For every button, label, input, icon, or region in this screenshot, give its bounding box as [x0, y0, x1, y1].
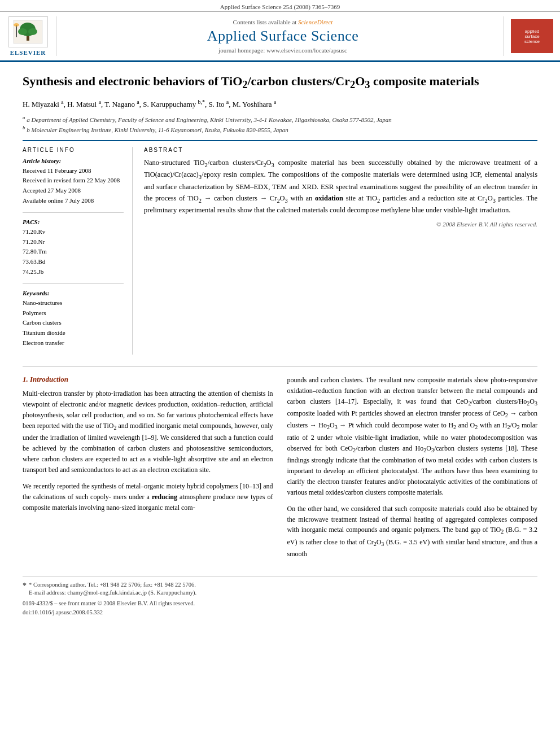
svg-rect-5 — [16, 25, 17, 37]
section1-heading: 1. Introduction — [23, 375, 273, 384]
keyword-4: Titanium dioxide — [23, 328, 124, 338]
keyword-1: Nano-structures — [23, 298, 124, 308]
history-label: Article history: — [23, 158, 124, 164]
keyword-2: Polymers — [23, 308, 124, 318]
abstract-header: ABSTRACT — [144, 147, 537, 153]
body-columns: 1. Introduction Multi-electron transfer … — [23, 375, 537, 565]
elsevier-wordmark: ELSEVIER — [10, 49, 46, 56]
elsevier-logo-area: ELSEVIER — [6, 16, 56, 56]
journal-logo-right: applied surface science — [504, 16, 554, 56]
issn-line: 0169-4332/$ – see front matter © 2008 El… — [23, 600, 537, 606]
copyright: © 2008 Elsevier B.V. All rights reserved… — [144, 221, 537, 228]
svg-point-3 — [18, 28, 27, 35]
body-paragraph-3: pounds and carbon clusters. The resultan… — [287, 375, 538, 497]
svg-point-6 — [14, 23, 19, 27]
abstract-column: ABSTRACT Nano-structured TiO2/carbon clu… — [144, 147, 537, 355]
doi-line: doi:10.1016/j.apsusc.2008.05.332 — [23, 609, 537, 615]
header-divider — [23, 140, 537, 141]
journal-reference-bar: Applied Surface Science 254 (2008) 7365–… — [0, 0, 560, 12]
elsevier-tree-logo — [8, 16, 48, 47]
pacs-header: PACS: — [23, 219, 124, 225]
received-date: Received 11 February 2008 — [23, 166, 124, 176]
abstract-text: Nano-structured TiO2/carbon clusters/Cr2… — [144, 158, 537, 216]
affiliations: a a Department of Applied Chemistry, Fac… — [23, 114, 537, 134]
sciencedirect-link[interactable]: ScienceDirect — [298, 19, 333, 25]
article-info-header: ARTICLE INFO — [23, 147, 124, 153]
svg-point-4 — [28, 28, 37, 35]
corresponding-author: * Corresponding author. Tel.: +81 948 22… — [29, 582, 196, 588]
article-title: Synthesis and electronic behaviors of Ti… — [23, 73, 537, 92]
keywords-header: Keywords: — [23, 290, 124, 296]
article-content: Synthesis and electronic behaviors of Ti… — [0, 62, 560, 627]
journal-header: ELSEVIER Contents lists available at Sci… — [0, 12, 560, 62]
journal-title: Applied Surface Science — [62, 28, 504, 45]
article-info-column: ARTICLE INFO Article history: Received 1… — [23, 147, 133, 355]
keyword-5: Electron transfer — [23, 338, 124, 348]
email-address: chamy@mol-eng.fuk.kindai.ac.jp (S. Karup… — [67, 589, 196, 596]
pacs-2: 71.20.Nr — [23, 237, 124, 247]
pacs-section: PACS: 71.20.Rv 71.20.Nr 72.80.Tm 73.63.B… — [23, 219, 124, 277]
info-abstract-columns: ARTICLE INFO Article history: Received 1… — [23, 147, 537, 355]
body-paragraph-2: We recently reported the synthesis of me… — [23, 481, 273, 513]
revised-date: Received in revised form 22 May 2008 — [23, 176, 124, 186]
pacs-1: 71.20.Rv — [23, 227, 124, 237]
authors-line: H. Miyazaki a, H. Matsui a, T. Nagano a,… — [23, 99, 537, 109]
journal-ref: Applied Surface Science 254 (2008) 7365–… — [220, 3, 340, 10]
online-date: Available online 7 July 2008 — [23, 196, 124, 206]
pacs-4: 73.63.Bd — [23, 257, 124, 267]
journal-homepage: journal homepage: www.elsevier.com/locat… — [62, 47, 504, 54]
email-line: E-mail address: chamy@mol-eng.fuk.kindai… — [29, 589, 196, 596]
keyword-3: Carbon clusters — [23, 318, 124, 328]
sciencedirect-line: Contents lists available at ScienceDirec… — [62, 19, 504, 25]
body-right-column: pounds and carbon clusters. The resultan… — [287, 375, 538, 565]
article-footer: * * Corresponding author. Tel.: +81 948 … — [23, 576, 537, 615]
article-body: 1. Introduction Multi-electron transfer … — [23, 366, 537, 565]
keywords-section: Keywords: Nano-structures Polymers Carbo… — [23, 290, 124, 348]
body-paragraph-4: On the other hand, we considered that su… — [287, 504, 538, 560]
info-divider-2 — [23, 283, 124, 284]
footnote-star: * — [23, 582, 27, 591]
journal-brand-logo: applied surface science — [511, 19, 553, 53]
journal-title-area: Contents lists available at ScienceDirec… — [62, 16, 504, 56]
body-paragraph-1: Multi-electron transfer by photo-irradia… — [23, 388, 273, 475]
pacs-5: 74.25.Jb — [23, 267, 124, 277]
journal-brand-text: applied surface science — [524, 29, 540, 44]
body-left-column: 1. Introduction Multi-electron transfer … — [23, 375, 273, 565]
pacs-3: 72.80.Tm — [23, 247, 124, 257]
accepted-date: Accepted 27 May 2008 — [23, 186, 124, 196]
info-divider-1 — [23, 212, 124, 213]
page-wrapper: Applied Surface Science 254 (2008) 7365–… — [0, 0, 560, 627]
history-section: Article history: Received 11 February 20… — [23, 158, 124, 206]
